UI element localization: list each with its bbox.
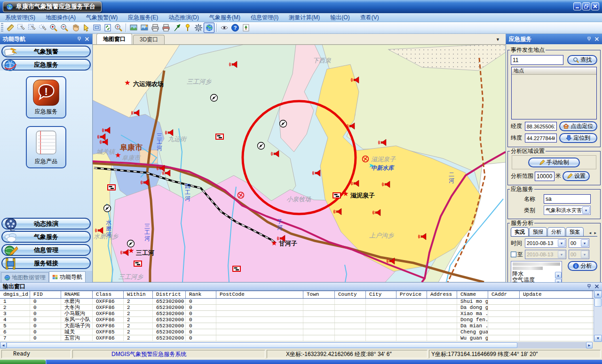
- service-name-field[interactable]: [544, 194, 591, 204]
- column-header-Address[interactable]: Address: [427, 291, 457, 298]
- latitude-field[interactable]: [525, 134, 557, 142]
- longitude-field[interactable]: [525, 122, 557, 131]
- hour2-select[interactable]: 00▼: [569, 250, 589, 259]
- column-header-Class[interactable]: Class: [93, 291, 124, 298]
- menu-item[interactable]: 系统管理(S): [0, 14, 40, 22]
- nav-group-动态推演[interactable]: 动态推演: [1, 218, 91, 229]
- close-button[interactable]: [591, 2, 599, 10]
- nav-button-应急服务[interactable]: !应急服务: [26, 76, 66, 119]
- star-marker[interactable]: ★: [128, 246, 134, 254]
- analysis-tab-预案[interactable]: 预案: [566, 227, 584, 236]
- column-header-District[interactable]: District: [153, 291, 186, 298]
- analyze-button[interactable]: i 分析: [568, 261, 597, 271]
- minimize-button[interactable]: [573, 2, 581, 10]
- station-icon[interactable]: [127, 240, 135, 247]
- hour-select[interactable]: 00▼: [569, 238, 589, 248]
- green-arrow-icon[interactable]: [171, 23, 182, 33]
- column-header-FID[interactable]: FID: [30, 291, 61, 298]
- nav-group-气象服务[interactable]: 气象服务: [1, 231, 91, 243]
- element-item[interactable]: 空气温度: [511, 277, 562, 282]
- flag-marker[interactable]: [108, 185, 115, 190]
- pin-icon[interactable]: [77, 37, 82, 41]
- menu-item[interactable]: 气象预警(W): [81, 14, 123, 22]
- refresh-extent-icon[interactable]: [102, 23, 113, 33]
- table-row[interactable]: 40东风一小队OXFF8626523020000Dong fen...: [0, 317, 594, 323]
- column-header-CName[interactable]: CName: [457, 291, 488, 298]
- scroll-down-icon[interactable]: ▼: [555, 279, 562, 282]
- table-row[interactable]: 20大冬沟OXFF8626523020000Da dong gou: [0, 305, 594, 311]
- panel-tab-地图数据管理[interactable]: 地图数据管理: [1, 272, 49, 282]
- pan-icon[interactable]: [70, 23, 80, 33]
- close-icon[interactable]: [594, 37, 599, 41]
- analysis-tab-分析[interactable]: 分析: [547, 227, 565, 236]
- globe-active-icon[interactable]: [204, 23, 214, 33]
- full-extent-icon[interactable]: [91, 23, 102, 33]
- table-row[interactable]: 70五官沟OXFF8626523020000Wu guan gou: [0, 335, 594, 341]
- column-header-City[interactable]: City: [366, 291, 396, 298]
- menu-item[interactable]: 应急服务(E): [123, 14, 163, 22]
- menu-item[interactable]: 地图操作(A): [40, 14, 81, 22]
- column-header-Update[interactable]: Update: [520, 291, 593, 298]
- lasso-select-icon[interactable]: [37, 23, 48, 33]
- help-icon[interactable]: ?: [230, 23, 240, 33]
- pin-icon[interactable]: [587, 284, 592, 289]
- table-row[interactable]: 10水磨沟OXFF8626523020000Shui mo gou: [0, 299, 594, 305]
- flag-marker[interactable]: [216, 134, 223, 139]
- to-checkbox[interactable]: [511, 252, 516, 257]
- nav-group-服务链接[interactable]: 服务链接: [1, 257, 91, 269]
- scroll-up-icon[interactable]: ▲: [594, 291, 602, 298]
- search-button[interactable]: 查找: [567, 55, 597, 65]
- select-icon[interactable]: [16, 23, 26, 33]
- table-row[interactable]: 30小马厩沟OXFF8626523020000Xiao ma ...: [0, 311, 594, 317]
- table-row[interactable]: 50大面场子沟OXFF8626523020000Da mian ...: [0, 323, 594, 329]
- nav-button-应急产品[interactable]: 应急产品: [26, 126, 66, 168]
- column-header-Provice[interactable]: Provice: [396, 291, 427, 298]
- eye-icon[interactable]: [219, 23, 230, 33]
- tab-scroll-icons[interactable]: ◂ ▸: [589, 230, 597, 236]
- flag-marker[interactable]: [134, 261, 142, 266]
- nav-group-信息管理[interactable]: 信息管理: [1, 244, 91, 256]
- set-range-button[interactable]: 设置: [562, 171, 590, 181]
- pin-icon[interactable]: [587, 37, 592, 41]
- table-row[interactable]: 60城关OXFF8526523020000Cheng guan: [0, 329, 594, 335]
- column-header-Rank[interactable]: Rank: [186, 291, 216, 298]
- menu-item[interactable]: 查看(V): [355, 14, 384, 22]
- column-header-PostCode[interactable]: PostCode: [216, 291, 303, 298]
- chevron-down-icon[interactable]: ▼: [582, 206, 590, 214]
- column-header-County[interactable]: County: [335, 291, 366, 298]
- menu-item[interactable]: 信息管理(I): [246, 14, 284, 22]
- location-list[interactable]: 地点: [511, 67, 597, 119]
- manual-draw-button[interactable]: 手动绘制: [528, 158, 580, 167]
- flag-marker[interactable]: [333, 193, 341, 198]
- menu-item[interactable]: 测量计算(M): [284, 14, 325, 22]
- star-marker[interactable]: ★: [271, 239, 277, 247]
- menu-item[interactable]: 气象服务(M): [204, 14, 246, 22]
- zoom-query-icon[interactable]: ?: [113, 23, 124, 33]
- toolbar-grip[interactable]: [1, 23, 3, 32]
- click-locate-button[interactable]: 点击定位: [559, 121, 597, 131]
- flag-marker[interactable]: [233, 266, 240, 271]
- station-icon[interactable]: [211, 95, 218, 102]
- list-scrollbar[interactable]: ▲ ▼: [555, 272, 562, 282]
- export-image-icon[interactable]: [139, 23, 150, 33]
- column-header-CAddr[interactable]: CAddr: [488, 291, 520, 298]
- legend-tree-icon[interactable]: [240, 23, 251, 33]
- element-list[interactable]: 降水空气温度 ▲ ▼: [511, 261, 562, 282]
- station-icon[interactable]: [258, 142, 265, 150]
- hscroll-thumb[interactable]: [7, 342, 517, 348]
- output-vscrollbar[interactable]: ▲ ▼: [594, 291, 602, 342]
- close-icon[interactable]: [594, 284, 599, 289]
- scroll-left-icon[interactable]: ◄: [0, 342, 7, 348]
- column-header-Town[interactable]: Town: [303, 291, 335, 298]
- map-viewport[interactable]: ★★★★★六运湖农场三工河乡下西泉九运街阜康市城关镇阜康市滋泥泉子中新水库滋泥泉…: [93, 45, 506, 282]
- marquee-select-icon[interactable]: [26, 23, 37, 33]
- output-hscrollbar[interactable]: ◄ ►: [0, 342, 602, 348]
- vscroll-thumb[interactable]: [594, 298, 602, 307]
- start-button-sliver[interactable]: [0, 360, 46, 364]
- place-marker-icon[interactable]: [182, 23, 193, 33]
- map-tab-地图窗口[interactable]: 地图窗口: [96, 33, 132, 44]
- nav-group-应急服务[interactable]: 应急服务: [1, 59, 91, 71]
- star-marker[interactable]: ★: [342, 190, 349, 198]
- date-select[interactable]: 2010-08-13▼: [525, 238, 566, 248]
- service-type-select[interactable]: 气象和洪水灾害 ▼: [544, 206, 591, 215]
